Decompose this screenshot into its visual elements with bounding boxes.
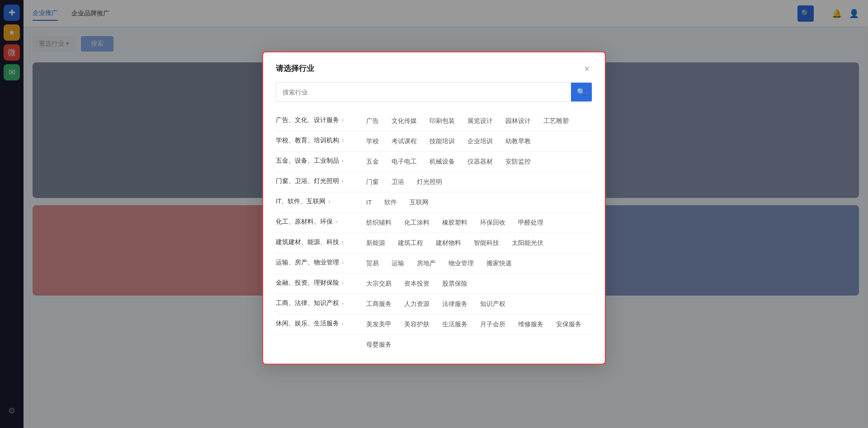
category-subs-7: 贸易运输房地产物业管理搬家快递: [366, 258, 592, 268]
chevron-right-icon: ›: [342, 178, 344, 184]
category-sub-item[interactable]: 机械设备: [429, 156, 455, 166]
category-sub-item[interactable]: 月子会所: [480, 319, 505, 329]
category-sub-item[interactable]: 展览设计: [467, 116, 493, 126]
category-sub-item[interactable]: 太阳能光伏: [512, 238, 543, 248]
category-main-5[interactable]: 化工、原材料、环保›: [276, 217, 366, 226]
category-sub-item[interactable]: 工艺雕塑: [543, 116, 569, 126]
category-sub-item[interactable]: 建材物料: [436, 238, 461, 248]
category-main-label: 运输、房产、物业管理: [276, 258, 339, 266]
category-sub-item[interactable]: 门窗: [366, 177, 379, 187]
category-sub-item[interactable]: 房地产: [417, 258, 436, 268]
category-sub-item[interactable]: 电子电工: [392, 156, 417, 166]
category-sub-item[interactable]: 工商服务: [366, 299, 392, 309]
category-sub-item[interactable]: 维修服务: [518, 319, 543, 329]
category-row: IT、软件、互联网›IT软件互联网: [276, 192, 592, 212]
industry-select-modal: 请选择行业 × 🔍 广告、文化、设计服务›广告文化传媒印刷包装展览设计园林设计工…: [262, 51, 606, 364]
category-sub-item[interactable]: 智能科技: [474, 238, 499, 248]
category-sub-item[interactable]: 幼教早教: [505, 136, 531, 146]
category-sub-item[interactable]: 文化传媒: [392, 116, 417, 126]
category-sub-item[interactable]: 园林设计: [505, 116, 531, 126]
category-main-4[interactable]: IT、软件、互联网›: [276, 197, 366, 205]
category-main-label: 建筑建材、能源、科技: [276, 238, 339, 246]
category-sub-item[interactable]: 知识产权: [480, 299, 505, 309]
category-sub-item[interactable]: 灯光照明: [417, 177, 442, 187]
category-main-label: 广告、文化、设计服务: [276, 116, 339, 124]
category-main-9[interactable]: 工商、法律、知识产权›: [276, 299, 366, 307]
category-row: 工商、法律、知识产权›工商服务人力资源法律服务知识产权: [276, 294, 592, 314]
category-main-1[interactable]: 学校、教育、培训机构›: [276, 136, 366, 144]
category-subs-6: 新能源建筑工程建材物料智能科技太阳能光伏: [366, 238, 592, 248]
category-sub-item[interactable]: 技能培训: [429, 136, 455, 146]
category-sub-item[interactable]: 软件: [384, 197, 397, 207]
category-subs-3: 门窗卫浴灯光照明: [366, 177, 592, 187]
category-sub-item[interactable]: IT: [366, 198, 372, 207]
category-row: 金融、投资、理财保险›大宗交易资本投资股票保险: [276, 273, 592, 294]
category-sub-item[interactable]: 法律服务: [442, 299, 467, 309]
category-row: 休闲、娱乐、生活服务›美发美甲美容护肤生活服务月子会所维修服务安保服务: [276, 314, 592, 334]
chevron-right-icon: ›: [342, 300, 344, 306]
category-sub-item[interactable]: 股票保险: [442, 278, 467, 288]
category-sub-item[interactable]: 人力资源: [404, 299, 429, 309]
category-sub-item[interactable]: 广告: [366, 116, 379, 126]
chevron-right-icon: ›: [342, 259, 344, 266]
category-main-label: 金融、投资、理财保险: [276, 278, 339, 287]
category-main-label: 门窗、卫浴、灯光照明: [276, 177, 339, 185]
category-sub-item[interactable]: 甲醛处理: [518, 217, 543, 227]
category-sub-item[interactable]: 环保回收: [480, 217, 505, 227]
category-sub-item[interactable]: 建筑工程: [398, 238, 423, 248]
category-subs-9: 工商服务人力资源法律服务知识产权: [366, 299, 592, 309]
category-subs-2: 五金电子电工机械设备仪器器材安防监控: [366, 156, 592, 166]
category-subs-10: 美发美甲美容护肤生活服务月子会所维修服务安保服务: [366, 319, 592, 329]
category-sub-item[interactable]: 生活服务: [442, 319, 467, 329]
category-main-6[interactable]: 建筑建材、能源、科技›: [276, 238, 366, 246]
chevron-right-icon: ›: [342, 117, 344, 123]
category-sub-item[interactable]: 互联网: [410, 197, 429, 207]
category-sub-item[interactable]: 橡胶塑料: [442, 217, 467, 227]
category-sub-item[interactable]: 资本投资: [404, 278, 429, 288]
category-sub-item[interactable]: 美发美甲: [366, 319, 392, 329]
category-main-label: 学校、教育、培训机构: [276, 136, 339, 144]
category-sub-item[interactable]: 卫浴: [392, 177, 404, 187]
chevron-right-icon: ›: [342, 320, 344, 327]
category-sub-item[interactable]: 五金: [366, 156, 379, 166]
category-sub-item[interactable]: 企业培训: [467, 136, 493, 146]
chevron-right-icon: ›: [342, 137, 344, 144]
category-list: 广告、文化、设计服务›广告文化传媒印刷包装展览设计园林设计工艺雕塑学校、教育、培…: [276, 111, 592, 354]
search-input[interactable]: [276, 84, 571, 100]
category-main-3[interactable]: 门窗、卫浴、灯光照明›: [276, 177, 366, 185]
category-row: 门窗、卫浴、灯光照明›门窗卫浴灯光照明: [276, 172, 592, 192]
category-subs-8: 大宗交易资本投资股票保险: [366, 278, 592, 288]
chevron-right-icon: ›: [335, 219, 337, 225]
category-row: 运输、房产、物业管理›贸易运输房地产物业管理搬家快递: [276, 253, 592, 273]
category-main-7[interactable]: 运输、房产、物业管理›: [276, 258, 366, 266]
category-sub-item[interactable]: 新能源: [366, 238, 385, 248]
category-sub-item[interactable]: 物业管理: [448, 258, 474, 268]
search-icon-button[interactable]: 🔍: [571, 82, 592, 101]
category-sub-item[interactable]: 印刷包装: [429, 116, 455, 126]
category-sub-item[interactable]: 大宗交易: [366, 278, 392, 288]
category-sub-item[interactable]: 仪器器材: [467, 156, 493, 166]
category-sub-item[interactable]: 学校: [366, 136, 379, 146]
category-sub-item[interactable]: 运输: [392, 258, 404, 268]
category-sub-item[interactable]: 考试课程: [392, 136, 417, 146]
category-sub-item[interactable]: 母婴服务: [366, 339, 392, 349]
category-sub-item[interactable]: 纺织辅料: [366, 217, 392, 227]
category-row: 五金、设备、工业制品›五金电子电工机械设备仪器器材安防监控: [276, 151, 592, 172]
category-sub-item[interactable]: 安保服务: [556, 319, 581, 329]
category-main-8[interactable]: 金融、投资、理财保险›: [276, 278, 366, 287]
category-sub-item[interactable]: 美容护肤: [404, 319, 429, 329]
category-sub-item[interactable]: 化工涂料: [404, 217, 429, 227]
close-button[interactable]: ×: [581, 63, 592, 74]
chevron-right-icon: ›: [342, 158, 344, 164]
category-main-label: 化工、原材料、环保: [276, 217, 333, 226]
category-main-2[interactable]: 五金、设备、工业制品›: [276, 156, 366, 165]
category-main-0[interactable]: 广告、文化、设计服务›: [276, 116, 366, 124]
category-sub-item[interactable]: 贸易: [366, 258, 379, 268]
modal-title: 请选择行业: [276, 63, 314, 74]
category-sub-item[interactable]: 搬家快递: [486, 258, 512, 268]
category-sub-item[interactable]: 安防监控: [505, 156, 531, 166]
category-row: 母婴服务: [276, 334, 592, 354]
category-subs-4: IT软件互联网: [366, 197, 592, 207]
category-main-label: 休闲、娱乐、生活服务: [276, 319, 339, 327]
category-main-10[interactable]: 休闲、娱乐、生活服务›: [276, 319, 366, 327]
